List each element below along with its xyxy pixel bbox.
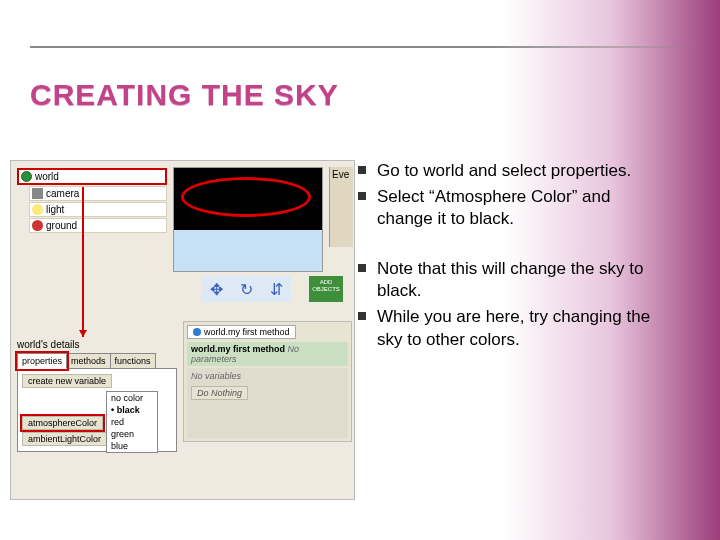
tab-properties[interactable]: properties [17,353,67,369]
alice-screenshot: world camera light ground [10,160,355,500]
camera-icon [32,188,43,199]
top-rule [30,46,690,48]
color-option-black[interactable]: black [107,404,157,416]
tree-item-world[interactable]: world [17,168,167,185]
move-arrows-icon: ✥ [210,280,223,299]
color-option-green[interactable]: green [107,428,157,440]
bullet-item: Go to world and select properties. [355,160,670,182]
tree-label: world [35,171,59,182]
create-variable-button[interactable]: create new variable [22,374,112,388]
bullet-item: Select “Atmosphere Color” and change it … [355,186,670,230]
tab-functions[interactable]: functions [110,353,156,369]
object-tree: world camera light ground [17,167,167,234]
light-icon [32,204,43,215]
add-objects-button[interactable]: ADD OBJECTS [309,276,343,302]
tab-methods[interactable]: methods [66,353,111,369]
ground-icon [32,220,43,231]
bullet-item: Note that this will change the sky to bl… [355,258,670,302]
tree-label: camera [46,188,79,199]
tree-item-camera[interactable]: camera [29,186,167,201]
editor-header: world.my first method No parameters [187,342,348,366]
tree-label: light [46,204,64,215]
method-editor: world.my first method world.my first met… [183,321,352,442]
slide-title: CREATING THE SKY [30,78,339,112]
editor-tab[interactable]: world.my first method [187,325,296,339]
bullet-group-2: Note that this will change the sky to bl… [355,258,670,350]
details-heading: world's details [17,339,177,350]
bullet-item: While you are here, try changing the sky… [355,306,670,350]
do-nothing-block: Do Nothing [191,386,248,400]
color-option-none[interactable]: no color [107,392,157,404]
tilt-icon: ⇵ [270,280,283,299]
red-arrow-connector [82,187,84,337]
color-option-blue[interactable]: blue [107,440,157,452]
tree-item-light[interactable]: light [29,202,167,217]
atmosphere-color-row[interactable]: atmosphereColor [22,416,103,430]
turn-icon: ↻ [240,280,253,299]
bullet-group-1: Go to world and select properties. Selec… [355,160,670,230]
editor-body: No variables Do Nothing [187,368,348,438]
color-dropdown[interactable]: no color black red green blue [106,391,158,453]
method-dot-icon [193,328,201,336]
events-panel: Eve [329,167,353,247]
content-row: world camera light ground [0,160,720,540]
tree-label: ground [46,220,77,231]
no-variables-label: No variables [191,371,344,381]
globe-icon [21,171,32,182]
camera-controls[interactable]: ✥ ↻ ⇵ [201,276,291,302]
tree-item-ground[interactable]: ground [29,218,167,233]
instruction-text: Go to world and select properties. Selec… [355,160,700,540]
ambient-light-row[interactable]: ambientLightColor [22,432,107,446]
editor-tab-label: world.my first method [204,327,290,337]
red-callout-oval [181,177,311,217]
color-option-red[interactable]: red [107,416,157,428]
details-tabs: properties methods functions [17,353,177,369]
